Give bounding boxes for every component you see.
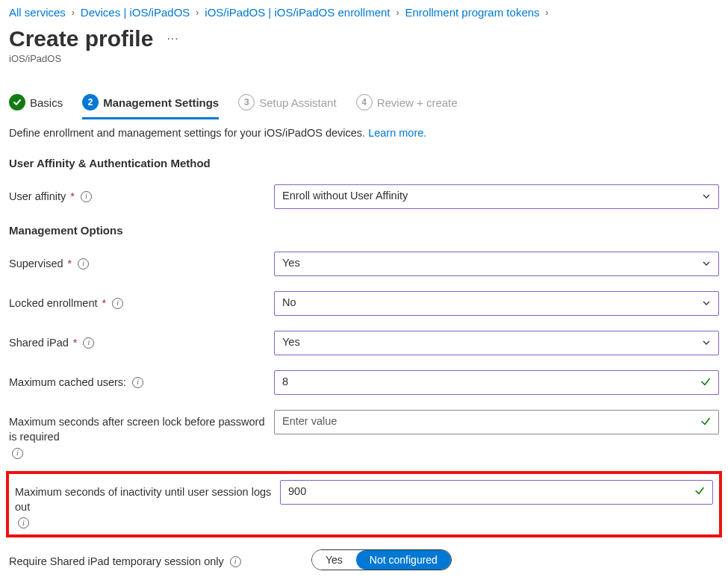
tab-management-settings[interactable]: 2 Management Settings bbox=[82, 90, 219, 118]
chevron-right-icon: › bbox=[396, 7, 399, 18]
select-shared-ipad[interactable]: Yes bbox=[274, 331, 719, 355]
tab-label: Management Settings bbox=[103, 96, 219, 109]
select-user-affinity[interactable]: Enroll without User Affinity bbox=[274, 184, 719, 209]
step-number-badge: 4 bbox=[356, 94, 373, 110]
select-supervised[interactable]: Yes bbox=[274, 252, 719, 276]
check-icon bbox=[700, 376, 711, 389]
toggle-temp-session: Yes Not configured bbox=[311, 549, 452, 570]
label-max-seconds-lock: Maximum seconds after screen lock before… bbox=[9, 410, 274, 459]
label-supervised: Supervised* i bbox=[9, 252, 274, 271]
highlighted-setting: Maximum seconds of inactivity until user… bbox=[6, 471, 722, 538]
select-locked-enrollment[interactable]: No bbox=[274, 291, 719, 316]
chevron-right-icon: › bbox=[546, 7, 549, 18]
chevron-right-icon: › bbox=[196, 7, 199, 18]
toggle-option-not-configured[interactable]: Not configured bbox=[356, 550, 451, 570]
tab-setup-assistant: 3 Setup Assistant bbox=[238, 90, 336, 118]
info-icon[interactable]: i bbox=[83, 337, 94, 349]
wizard-tabs: Basics 2 Management Settings 3 Setup Ass… bbox=[9, 90, 719, 118]
info-icon[interactable]: i bbox=[18, 517, 29, 529]
section-heading-management: Management Options bbox=[9, 224, 719, 237]
info-icon[interactable]: i bbox=[81, 191, 92, 202]
required-asterisk: * bbox=[68, 256, 72, 271]
label-temp-session: Require Shared iPad temporary session on… bbox=[9, 549, 274, 569]
page-title: Create profile bbox=[9, 26, 153, 52]
chevron-right-icon: › bbox=[72, 7, 75, 18]
check-icon bbox=[694, 486, 705, 499]
tab-review-create: 4 Review + create bbox=[356, 90, 458, 118]
breadcrumb-link[interactable]: All services bbox=[9, 6, 66, 19]
label-locked-enrollment: Locked enrollment* i bbox=[9, 291, 274, 311]
label-max-cached-users: Maximum cached users: i bbox=[9, 370, 274, 390]
tab-basics[interactable]: Basics bbox=[9, 90, 63, 118]
chevron-down-icon bbox=[702, 337, 711, 349]
tab-label: Setup Assistant bbox=[259, 96, 336, 109]
step-number-badge: 2 bbox=[82, 94, 99, 110]
info-icon[interactable]: i bbox=[132, 377, 143, 388]
breadcrumb-link[interactable]: iOS/iPadOS | iOS/iPadOS enrollment bbox=[205, 6, 390, 19]
step-number-badge: 3 bbox=[238, 94, 255, 110]
required-asterisk: * bbox=[73, 335, 78, 350]
toggle-option-yes[interactable]: Yes bbox=[312, 550, 356, 570]
check-icon bbox=[9, 94, 25, 110]
more-actions-button[interactable]: ··· bbox=[167, 32, 178, 46]
tab-label: Basics bbox=[30, 96, 63, 109]
breadcrumb-link[interactable]: Devices | iOS/iPadOS bbox=[81, 6, 190, 19]
section-heading-auth: User Affinity & Authentication Method bbox=[9, 157, 719, 169]
input-max-cached-users[interactable]: 8 bbox=[274, 370, 719, 395]
input-max-seconds-lock[interactable]: Enter value bbox=[274, 410, 719, 434]
label-max-seconds-inactivity: Maximum seconds of inactivity until user… bbox=[15, 480, 280, 529]
label-user-affinity: User affinity* i bbox=[9, 184, 274, 204]
page-subtitle: iOS/iPadOS bbox=[9, 53, 719, 64]
info-icon[interactable]: i bbox=[230, 556, 241, 567]
chevron-down-icon bbox=[702, 298, 711, 310]
info-icon[interactable]: i bbox=[12, 448, 23, 459]
intro-text: Define enrollment and management setting… bbox=[9, 127, 719, 139]
tab-label: Review + create bbox=[377, 96, 458, 109]
chevron-down-icon bbox=[702, 191, 711, 203]
info-icon[interactable]: i bbox=[78, 258, 89, 269]
chevron-down-icon bbox=[702, 258, 711, 270]
info-icon[interactable]: i bbox=[112, 298, 123, 309]
check-icon bbox=[700, 416, 711, 428]
learn-more-link[interactable]: Learn more. bbox=[368, 127, 426, 139]
breadcrumb: All services › Devices | iOS/iPadOS › iO… bbox=[9, 6, 719, 19]
label-shared-ipad: Shared iPad* i bbox=[9, 331, 274, 350]
required-asterisk: * bbox=[102, 296, 107, 311]
required-asterisk: * bbox=[70, 189, 75, 204]
input-max-seconds-inactivity[interactable]: 900 bbox=[280, 480, 713, 505]
breadcrumb-link[interactable]: Enrollment program tokens bbox=[405, 6, 539, 19]
